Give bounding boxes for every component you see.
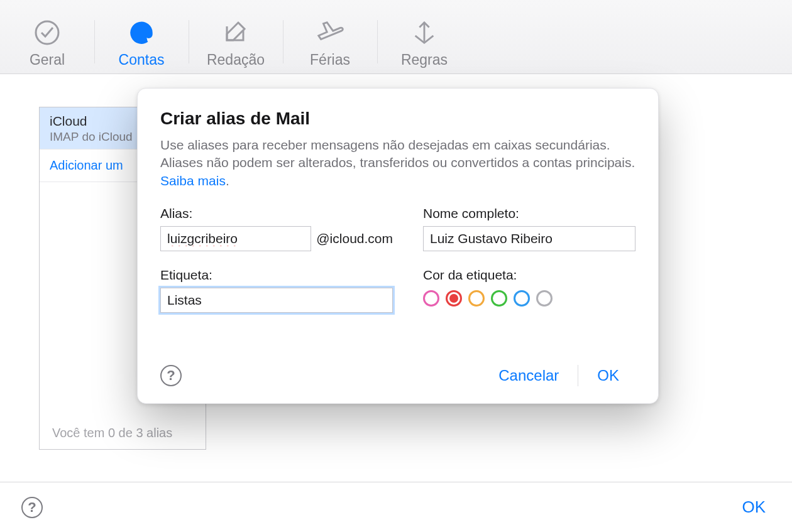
- check-circle-icon: [33, 19, 61, 46]
- tab-label: Regras: [401, 52, 448, 68]
- form-grid: Alias: @icloud.com Nome completo: Etique…: [160, 206, 635, 313]
- preferences-toolbar: Geral Contas Redação Férias: [0, 0, 792, 74]
- tab-label: Férias: [310, 52, 350, 68]
- airplane-icon: [316, 19, 344, 46]
- color-swatch-orange[interactable]: [468, 290, 485, 307]
- etiqueta-input[interactable]: [160, 288, 393, 313]
- color-swatch-blue[interactable]: [514, 290, 530, 307]
- tab-contas[interactable]: Contas: [94, 6, 189, 68]
- alias-label: Alias:: [160, 206, 393, 221]
- tab-ferias[interactable]: Férias: [283, 6, 377, 68]
- at-sign-icon: [128, 19, 155, 46]
- button-separator: [578, 365, 578, 386]
- tab-label: Geral: [30, 52, 65, 68]
- svg-point-0: [36, 21, 58, 44]
- alias-count-label: Você tem 0 de 3 alias: [40, 420, 206, 449]
- dialog-title: Criar alias de Mail: [160, 109, 635, 129]
- fullname-label: Nome completo:: [423, 206, 635, 221]
- help-icon[interactable]: ?: [21, 497, 43, 518]
- learn-more-link[interactable]: Saiba mais: [160, 173, 226, 188]
- tab-geral[interactable]: Geral: [0, 6, 94, 68]
- tab-redacao[interactable]: Redação: [189, 6, 283, 68]
- dialog-description: Use aliases para receber mensagens não d…: [160, 136, 635, 190]
- fullname-field: Nome completo:: [423, 206, 635, 251]
- color-swatch-gray[interactable]: [536, 290, 553, 307]
- cancel-button[interactable]: Cancelar: [482, 362, 575, 389]
- color-swatch-red[interactable]: [446, 290, 462, 307]
- color-field: Cor da etiqueta:: [423, 268, 635, 313]
- etiqueta-label: Etiqueta:: [160, 268, 393, 283]
- dialog-help-icon[interactable]: ?: [160, 365, 182, 386]
- alias-domain-suffix: @icloud.com: [316, 231, 393, 246]
- color-swatch-row: [423, 288, 635, 307]
- alias-field: Alias: @icloud.com: [160, 206, 393, 251]
- color-swatch-green[interactable]: [491, 290, 507, 307]
- create-alias-dialog: Criar alias de Mail Use aliases para rec…: [137, 88, 659, 404]
- tab-label: Contas: [119, 52, 165, 68]
- tab-regras[interactable]: Regras: [377, 6, 471, 68]
- color-swatch-pink[interactable]: [423, 290, 439, 307]
- fullname-input[interactable]: [423, 226, 635, 251]
- tab-label: Redação: [207, 52, 265, 68]
- etiqueta-field: Etiqueta:: [160, 268, 393, 313]
- page-ok-button[interactable]: OK: [737, 494, 771, 521]
- dialog-description-text: Use aliases para receber mensagens não d…: [160, 138, 635, 170]
- alias-input[interactable]: [160, 226, 311, 251]
- arrows-icon: [410, 19, 438, 46]
- page-footer-bar: ? OK: [0, 482, 792, 532]
- dialog-footer: ? Cancelar OK: [160, 362, 635, 389]
- compose-icon: [222, 19, 250, 46]
- ok-button[interactable]: OK: [581, 362, 635, 389]
- color-label: Cor da etiqueta:: [423, 268, 635, 283]
